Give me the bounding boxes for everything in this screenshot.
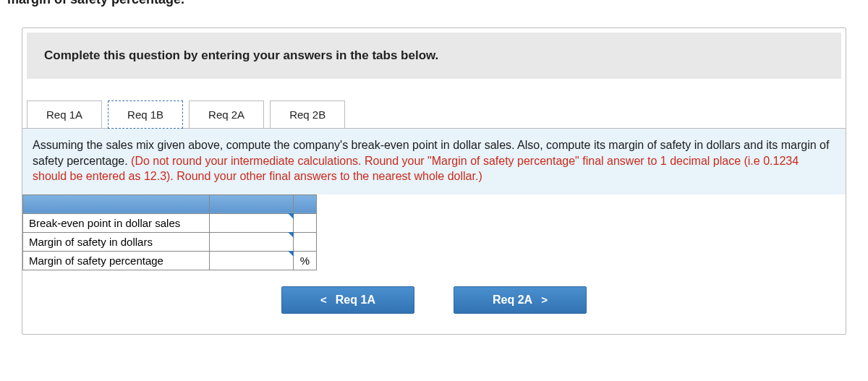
row-unit [294, 213, 317, 232]
table-row: Margin of safety in dollars [23, 232, 317, 251]
answer-table: Break-even point in dollar sales Margin … [22, 194, 317, 270]
table-header-row [23, 194, 317, 213]
tab-label: Req 2B [289, 108, 326, 121]
question-card: Complete this question by entering your … [22, 27, 846, 335]
margin-of-safety-percentage-input[interactable] [210, 252, 293, 270]
instruction-text: Complete this question by entering your … [44, 48, 438, 62]
row-input-cell [210, 232, 294, 251]
chevron-right-icon: > [541, 294, 548, 306]
question-prompt: Assuming the sales mix given above, comp… [22, 128, 846, 194]
chevron-left-icon: < [320, 294, 327, 306]
row-unit: % [294, 251, 317, 270]
row-unit [294, 232, 317, 251]
instruction-bar: Complete this question by entering your … [27, 33, 841, 79]
table-row: Break-even point in dollar sales [23, 213, 317, 232]
tab-label: Req 2A [208, 108, 244, 121]
header-cell-empty [23, 194, 210, 213]
prev-tab-button[interactable]: < Req 1A [281, 286, 414, 314]
break-even-dollar-sales-input[interactable] [210, 214, 293, 232]
next-tab-button[interactable]: Req 2A > [454, 286, 587, 314]
header-cell-empty [294, 194, 317, 213]
tab-req-2a[interactable]: Req 2A [189, 100, 264, 129]
row-input-cell [210, 213, 294, 232]
tab-req-2b[interactable]: Req 2B [270, 100, 345, 129]
header-cell-empty [210, 194, 294, 213]
prev-button-label: Req 1A [336, 294, 375, 307]
previous-page-fragment: margin of safety percentage. [0, 0, 868, 9]
nav-row: < Req 1A Req 2A > [22, 270, 846, 334]
tabs-row: Req 1A Req 1B Req 2A Req 2B [22, 100, 846, 129]
row-input-cell [210, 251, 294, 270]
next-button-label: Req 2A [493, 294, 532, 307]
row-label: Break-even point in dollar sales [23, 213, 210, 232]
margin-of-safety-dollars-input[interactable] [210, 233, 293, 251]
prompt-text-red: (Do not round your intermediate calculat… [131, 155, 365, 167]
tab-req-1a[interactable]: Req 1A [27, 100, 102, 129]
row-label: Margin of safety percentage [23, 251, 210, 270]
table-row: Margin of safety percentage % [23, 251, 317, 270]
row-label: Margin of safety in dollars [23, 232, 210, 251]
tab-req-1b[interactable]: Req 1B [108, 100, 183, 129]
tab-label: Req 1B [127, 108, 163, 121]
tab-label: Req 1A [46, 108, 82, 121]
prompt-text-red: Round your other final answers to the ne… [176, 170, 482, 182]
